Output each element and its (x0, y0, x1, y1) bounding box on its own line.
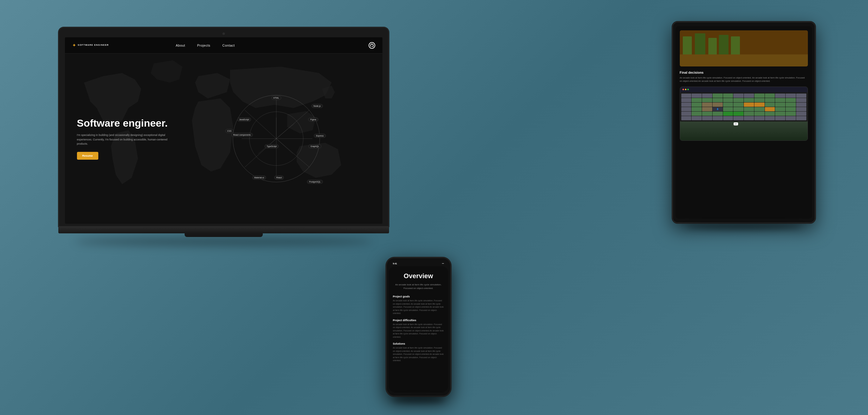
tech-figma: Figma (308, 118, 318, 121)
tablet-bezel: Final decisions An arcade look at farm l… (672, 21, 816, 224)
laptop-bezel: ✦ SOFTWARE ENGINEER About Projects Conta… (58, 27, 389, 227)
svg-line-3 (276, 139, 309, 167)
svg-line-9 (276, 124, 294, 139)
tech-css: CSS (225, 129, 234, 133)
game-dot-red (682, 89, 684, 90)
tablet-top-image (680, 30, 808, 66)
hero-description: I'm specializing in building (and occasi… (77, 133, 173, 146)
laptop-base (58, 227, 389, 233)
phone-goals-title: Project goals (393, 295, 444, 298)
game-dot-yellow (685, 89, 686, 90)
tech-html: HTML (271, 96, 281, 100)
tablet-final-decisions: Final decisions An arcade look at farm l… (680, 71, 808, 83)
phone-difficulties-title: Project difficulties (393, 319, 444, 322)
game-top-bar (680, 87, 808, 92)
game-screen: 👤 (680, 87, 808, 141)
laptop-device: ✦ SOFTWARE ENGINEER About Projects Conta… (58, 27, 389, 237)
phone-notch-area: 9:41 ▪▪▪ (389, 261, 448, 266)
phone-solutions-section: Solutions An arcade look at farm life cy… (393, 342, 444, 362)
nav-contact[interactable]: Contact (222, 43, 235, 47)
nav-about[interactable]: About (176, 43, 185, 47)
phone-difficulties-text: An arcade look at farm life cycle simula… (393, 323, 444, 339)
phone-notch (410, 261, 428, 266)
phone-device: 9:41 ▪▪▪ Overview An arcade look at farm… (385, 257, 452, 397)
speech-bubble: Hi! (734, 122, 738, 125)
github-icon[interactable] (369, 42, 375, 49)
wheel-container: HTML Node.js CSS Express JavaScript Figm… (228, 91, 324, 187)
tech-react: React (274, 176, 284, 180)
svg-rect-18 (680, 54, 808, 66)
phone-goals-text: An arcade look at farm life cycle simula… (393, 299, 444, 315)
tech-wheel: HTML Node.js CSS Express JavaScript Figm… (179, 54, 373, 224)
tech-react-components: React components (231, 133, 253, 137)
tablet-final-decisions-title: Final decisions (680, 71, 808, 74)
tech-materialui: Material-ui (252, 176, 267, 180)
phone-bezel: 9:41 ▪▪▪ Overview An arcade look at farm… (385, 257, 452, 397)
phone-goals-section: Project goals An arcade look at farm lif… (393, 295, 444, 315)
phone-overview-title: Overview (393, 272, 444, 280)
hero-title: Software engineer. (77, 118, 173, 129)
tablet-bottom-image: 👤 (680, 87, 808, 141)
nav-projects[interactable]: Projects (197, 43, 211, 47)
site-hero: ✦ SOFTWARE ENGINEER About Projects Conta… (65, 37, 382, 224)
laptop-camera (222, 32, 225, 35)
phone-difficulties-section: Project difficulties An arcade look at f… (393, 319, 444, 339)
phone-screen: Overview An arcade look at farm life cyc… (389, 266, 448, 392)
tablet-image-inner (680, 30, 808, 66)
tablet-content: Final decisions An arcade look at farm l… (676, 26, 812, 145)
tech-postgresql: PostgreSQL (307, 180, 322, 184)
tech-graphql: GraphQL (308, 144, 321, 148)
tablet-device: Final decisions An arcade look at farm l… (672, 21, 816, 224)
site-logo: ✦ SOFTWARE ENGINEER (72, 43, 109, 48)
tech-express: Express (314, 134, 326, 138)
phone-overview-subtitle: An arcade look at farm life cycle simula… (393, 283, 444, 290)
tech-javascript: JavaScript (237, 118, 251, 121)
svg-line-5 (245, 139, 276, 167)
phone-time: 9:41 (393, 263, 397, 265)
logo-text: SOFTWARE ENGINEER (78, 44, 109, 46)
laptop-screen: ✦ SOFTWARE ENGINEER About Projects Conta… (65, 37, 382, 224)
phone-solutions-title: Solutions (393, 342, 444, 345)
tech-nodejs: Node.js (311, 104, 323, 108)
phone-content: Overview An arcade look at farm life cyc… (389, 266, 448, 392)
nav-links: About Projects Contact (176, 43, 235, 47)
tech-typescript: TypeScript (265, 144, 279, 148)
game-dot-green (687, 89, 689, 90)
phone-status-icons: ▪▪▪ (442, 263, 444, 264)
hero-content: Software engineer. I'm specializing in b… (77, 54, 173, 224)
tablet-screen: Final decisions An arcade look at farm l… (676, 26, 812, 219)
resume-button[interactable]: Resume (77, 152, 98, 160)
scene: ✦ SOFTWARE ENGINEER About Projects Conta… (43, 12, 825, 403)
phone-solutions-text: An arcade look at farm life cycle simula… (393, 347, 444, 362)
tablet-final-decisions-text: An arcade look at farm life cycle simula… (680, 76, 808, 83)
logo-icon: ✦ (72, 43, 76, 48)
site-nav: ✦ SOFTWARE ENGINEER About Projects Conta… (65, 37, 382, 54)
